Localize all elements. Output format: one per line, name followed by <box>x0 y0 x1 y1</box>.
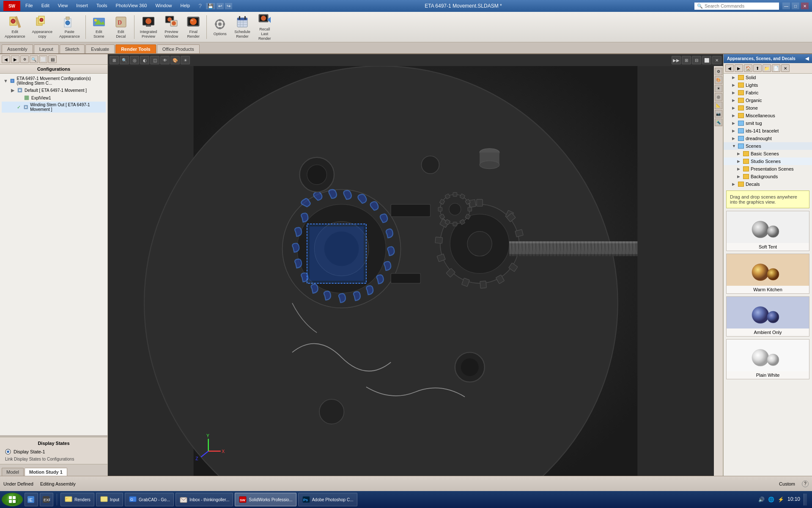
ap-cat-backgrounds[interactable]: ▶ Backgrounds <box>724 173 812 180</box>
left-options-btn[interactable]: ▤ <box>48 55 57 63</box>
ap-cat-dread[interactable]: ▶ dreadnought <box>724 135 812 142</box>
ap-cat-presentation[interactable]: ▶ Presentation Scenes <box>724 165 812 173</box>
ap-cat-scenes[interactable]: ▼ Scenes <box>724 142 812 150</box>
clock[interactable]: 10:10 <box>787 496 800 503</box>
left-strip-btn-7[interactable]: 🔦 <box>715 119 722 126</box>
left-strip-btn-3[interactable]: ☀ <box>715 85 722 92</box>
taskbar-grabcad[interactable]: G GrabCAD - Go... <box>125 493 174 506</box>
search-input[interactable] <box>705 3 772 8</box>
ap-expand-stone[interactable]: ▶ <box>732 106 736 110</box>
ap-expand-decals[interactable]: ▶ <box>732 182 736 186</box>
tab-model[interactable]: Model <box>2 468 24 476</box>
final-render-button[interactable]: FinalRender <box>183 14 204 41</box>
left-nav-back[interactable]: ◀ <box>2 55 10 63</box>
tab-evaluate[interactable]: Evaluate <box>85 44 115 53</box>
menu-help[interactable]: Help <box>179 2 192 10</box>
scene-card-warm-kitchen[interactable]: Warm Kitchen <box>726 254 809 294</box>
rp-new-btn[interactable]: 📄 <box>772 64 780 72</box>
ap-cat-stone[interactable]: ▶ Stone <box>724 104 812 112</box>
quick-btn-1[interactable]: 💾 <box>206 3 215 9</box>
quick-btn-3[interactable]: ↪ <box>225 3 232 9</box>
ap-cat-ids[interactable]: ▶ ids-141 bracelet <box>724 127 812 135</box>
ap-expand-smit[interactable]: ▶ <box>732 121 736 125</box>
vp-more-btn[interactable]: ▶▶ <box>672 56 681 64</box>
ap-expand-dread[interactable]: ▶ <box>732 136 736 141</box>
taskbar-photoshop[interactable]: Ps Adobe Photoshop C... <box>298 493 357 506</box>
edit-scene-button[interactable]: EditScene <box>88 14 110 41</box>
ap-cat-fabric[interactable]: ▶ Fabric <box>724 89 812 97</box>
help-icon[interactable]: ? <box>197 2 203 10</box>
tree-item-root[interactable]: ▼ ETA 6497-1 Movement Configuration(s) (… <box>2 75 106 86</box>
minimize-button[interactable]: — <box>782 3 790 9</box>
edit-appearance-button[interactable]: EditAppearance <box>2 14 28 41</box>
ap-expand-basic[interactable]: ▶ <box>737 152 741 156</box>
preview-window-button[interactable]: PreviewWindow <box>161 14 182 41</box>
start-button[interactable] <box>2 493 23 506</box>
tab-office-products[interactable]: Office Products <box>157 44 200 53</box>
left-collapse-btn[interactable]: ⬜ <box>39 55 47 63</box>
vp-3d-btn[interactable]: ◎ <box>130 56 139 64</box>
ap-cat-solid[interactable]: ▶ Solid <box>724 74 812 81</box>
ap-expand-fabric[interactable]: ▶ <box>732 91 736 95</box>
edit-decal-button[interactable]: D EditDecal <box>110 14 132 41</box>
left-config-btn[interactable]: ⚙ <box>20 55 29 63</box>
rp-add-btn[interactable]: 📁 <box>763 64 771 72</box>
link-display-states[interactable]: Link Display States to Configurations <box>3 456 104 462</box>
vp-max-btn[interactable]: ⬜ <box>702 56 711 64</box>
display-state-item[interactable]: Display State-1 <box>3 447 104 456</box>
rp-delete-btn[interactable]: ✕ <box>781 64 790 72</box>
schedule-render-button[interactable]: ScheduleRender <box>231 14 253 41</box>
taskbar-solidworks[interactable]: SW SolidWorks Professio... <box>235 493 296 506</box>
vp-close-btn[interactable]: ✕ <box>712 56 721 64</box>
ap-expand-organic[interactable]: ▶ <box>732 98 736 102</box>
ap-expand-ids[interactable]: ▶ <box>732 129 736 133</box>
rp-back-btn[interactable]: ◀ <box>725 64 734 72</box>
vp-grid-btn[interactable]: ⊞ <box>682 56 691 64</box>
expand-icon-root[interactable]: ▼ <box>3 78 8 83</box>
close-button[interactable]: ✕ <box>801 3 809 9</box>
ap-cat-organic[interactable]: ▶ Organic <box>724 97 812 104</box>
systray-icon-2[interactable]: 🌐 <box>768 497 774 502</box>
options-button[interactable]: Options <box>209 14 230 41</box>
menu-insert[interactable]: Insert <box>74 2 90 10</box>
left-search-btn[interactable]: 🔍 <box>30 55 38 63</box>
tab-assembly[interactable]: Assembly <box>2 44 33 53</box>
vp-section-btn[interactable]: ◐ <box>140 56 149 64</box>
left-strip-btn-1[interactable]: ⚙ <box>715 68 722 75</box>
tab-render-tools[interactable]: Render Tools <box>115 44 156 53</box>
paste-appearance-button[interactable]: PasteAppearance <box>56 14 83 41</box>
copy-appearance-button[interactable]: Appearancecopy <box>29 14 56 41</box>
tree-item-winding-stem[interactable]: ✓ Winding Stem Out [ ETA 6497-1 Movement… <box>2 102 106 113</box>
taskbar-inbox[interactable]: Inbox - thinkingoller... <box>176 493 233 506</box>
integrated-preview-button[interactable]: IntegratedPreview <box>137 14 160 41</box>
left-strip-btn-5[interactable]: 📐 <box>715 102 722 109</box>
left-strip-btn-4[interactable]: ◎ <box>715 93 722 101</box>
taskbar-quick-btn-1[interactable]: IE <box>25 493 38 506</box>
taskbar-quick-btn-2[interactable]: EXP <box>40 493 53 506</box>
vp-appear-btn[interactable]: 🎨 <box>170 56 180 64</box>
left-nav-fwd[interactable]: ▶ <box>11 55 19 63</box>
tab-sketch[interactable]: Sketch <box>60 44 85 53</box>
maximize-button[interactable]: □ <box>792 3 799 9</box>
systray-icon-3[interactable]: ⚡ <box>778 497 784 502</box>
menu-edit[interactable]: Edit <box>40 2 51 10</box>
status-help-icon[interactable]: ? <box>802 480 809 487</box>
ap-expand-misc[interactable]: ▶ <box>732 113 736 118</box>
ap-cat-smit[interactable]: ▶ smit tug <box>724 119 812 127</box>
menu-view[interactable]: View <box>56 2 70 10</box>
search-box[interactable]: 🔍 <box>694 3 779 10</box>
show-desktop-btn[interactable] <box>804 494 807 505</box>
rp-home-btn[interactable]: 🏠 <box>744 64 752 72</box>
vp-zoom-btn[interactable]: 🔍 <box>120 56 129 64</box>
vp-minus-btn[interactable]: ⊟ <box>692 56 701 64</box>
left-strip-btn-2[interactable]: 🎨 <box>715 76 722 84</box>
ap-expand-pres[interactable]: ▶ <box>737 167 741 171</box>
ap-cat-studio[interactable]: ▶ Studio Scenes <box>724 157 812 165</box>
menu-file[interactable]: File <box>24 2 35 10</box>
ap-expand-solid[interactable]: ▶ <box>732 75 736 80</box>
rp-fwd-btn[interactable]: ▶ <box>735 64 743 72</box>
menu-window[interactable]: Window <box>154 2 173 10</box>
tree-item-explview[interactable]: ExplView1 <box>2 94 106 102</box>
ap-expand-scenes[interactable]: ▼ <box>732 144 736 148</box>
vp-hide-btn[interactable]: 👁 <box>160 56 170 64</box>
